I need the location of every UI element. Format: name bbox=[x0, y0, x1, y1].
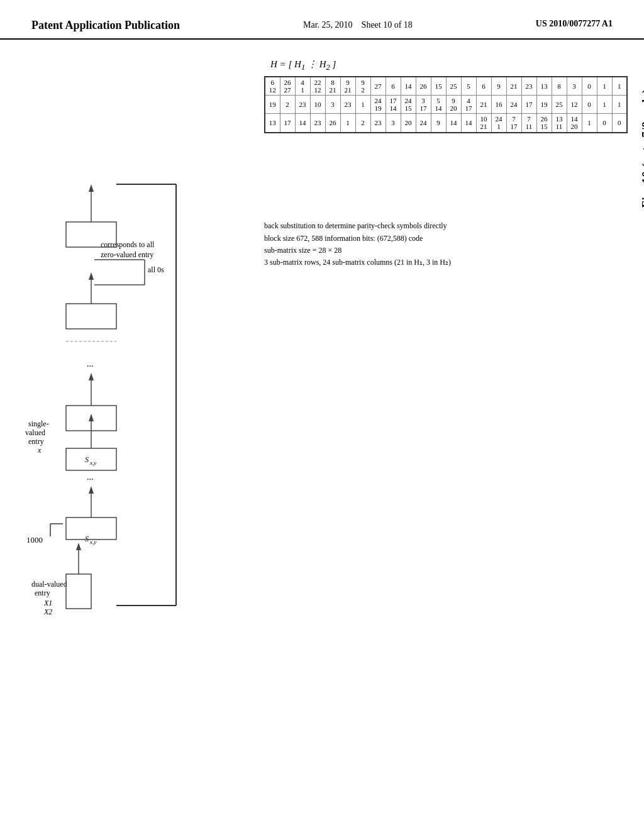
matrix-and-fig: 6122627412212821921922761426152556921231… bbox=[258, 76, 644, 208]
matrix-cell-r1-c20: 12 bbox=[567, 96, 582, 114]
matrix-cell-r0-c17: 23 bbox=[521, 77, 536, 96]
matrix-cell-r1-c15: 16 bbox=[491, 96, 506, 114]
matrix-cell-r1-c16: 24 bbox=[506, 96, 521, 114]
matrix-cell-r1-c10: 317 bbox=[416, 96, 431, 114]
matrix-cell-r1-c12: 920 bbox=[446, 96, 461, 114]
matrix-cell-r0-c7: 27 bbox=[370, 77, 386, 96]
matrix-cell-r2-c13: 14 bbox=[461, 114, 476, 133]
matrix-cell-r0-c19: 8 bbox=[552, 77, 567, 96]
block-diagram-svg: 1000 dual-valued entry X1 X2 S x,y ... bbox=[19, 65, 245, 662]
matrix-cell-r0-c15: 9 bbox=[491, 77, 506, 96]
svg-text:x,y: x,y bbox=[89, 460, 96, 466]
matrix-cell-r1-c23: 1 bbox=[612, 96, 627, 114]
matrix-cell-r0-c23: 1 bbox=[612, 77, 627, 96]
matrix-cell-r1-c4: 3 bbox=[325, 96, 340, 114]
matrix-cell-r1-c1: 2 bbox=[280, 96, 295, 114]
patent-number: US 2010/0077277 A1 bbox=[536, 19, 613, 29]
matrix-cell-r2-c5: 1 bbox=[340, 114, 355, 133]
matrix-cell-r1-c7: 2419 bbox=[370, 96, 386, 114]
matrix-cell-r1-c17: 17 bbox=[521, 96, 536, 114]
right-area: H = [ H1 ⋮ H2 ] 612262741221282192192276… bbox=[258, 52, 644, 800]
note-line4: 3 sub-matrix rows, 24 sub-matrix columns… bbox=[264, 257, 644, 268]
svg-text:entry: entry bbox=[28, 437, 44, 446]
svg-text:dual-valued: dual-valued bbox=[31, 580, 67, 589]
publication-title: Patent Application Publication bbox=[31, 19, 180, 32]
matrix-cell-r0-c11: 15 bbox=[431, 77, 446, 96]
matrix-cell-r2-c2: 14 bbox=[295, 114, 310, 133]
sheet-info: Mar. 25, 2010 Sheet 10 of 18 bbox=[303, 19, 413, 31]
svg-text:corresponds to all: corresponds to all bbox=[101, 240, 155, 249]
matrix-cell-r2-c4: 26 bbox=[325, 114, 340, 133]
matrix-cell-r2-c16: 717 bbox=[506, 114, 521, 133]
matrix-label: H = [ H1 ⋮ H2 ] bbox=[270, 58, 644, 72]
matrix-cell-r2-c17: 711 bbox=[521, 114, 536, 133]
matrix-cell-r2-c19: 1311 bbox=[552, 114, 567, 133]
svg-rect-31 bbox=[66, 304, 116, 329]
matrix-cell-r2-c0: 13 bbox=[265, 114, 280, 133]
matrix-cell-r0-c18: 13 bbox=[536, 77, 552, 96]
svg-text:single-: single- bbox=[28, 419, 49, 428]
svg-text:x: x bbox=[37, 446, 42, 455]
matrix-cell-r0-c14: 6 bbox=[476, 77, 491, 96]
matrix-cell-r2-c7: 23 bbox=[370, 114, 386, 133]
matrix-cell-r2-c22: 0 bbox=[597, 114, 612, 133]
date: Mar. 25, 2010 bbox=[303, 20, 353, 30]
matrix-cell-r1-c14: 21 bbox=[476, 96, 491, 114]
svg-marker-41 bbox=[89, 184, 94, 192]
matrix-cell-r0-c4: 821 bbox=[325, 77, 340, 96]
svg-text:...: ... bbox=[87, 359, 94, 368]
svg-marker-33 bbox=[89, 272, 94, 280]
matrix-cell-r1-c21: 0 bbox=[582, 96, 597, 114]
svg-text:valued: valued bbox=[25, 428, 45, 437]
matrix-cell-r1-c2: 23 bbox=[295, 96, 310, 114]
matrix-cell-r1-c3: 10 bbox=[310, 96, 325, 114]
matrix-cell-r1-c0: 19 bbox=[265, 96, 280, 114]
matrix-cell-r0-c22: 1 bbox=[597, 77, 612, 96]
matrix-cell-r0-c1: 2627 bbox=[280, 77, 295, 96]
matrix-cell-r0-c13: 5 bbox=[461, 77, 476, 96]
svg-text:...: ... bbox=[87, 472, 94, 482]
matrix-cell-r1-c13: 417 bbox=[461, 96, 476, 114]
main-content: 1000 dual-valued entry X1 X2 S x,y ... bbox=[0, 40, 644, 813]
matrix-cell-r0-c0: 612 bbox=[265, 77, 280, 96]
matrix-cell-r2-c3: 23 bbox=[310, 114, 325, 133]
matrix-cell-r1-c9: 2415 bbox=[401, 96, 416, 114]
matrix-cell-r1-c11: 514 bbox=[431, 96, 446, 114]
page-header: Patent Application Publication Mar. 25, … bbox=[0, 0, 644, 40]
svg-marker-20 bbox=[89, 414, 94, 421]
fig-label-text: Fig. 10 (rate 7/8 code) bbox=[640, 89, 644, 208]
matrix-cell-r0-c8: 6 bbox=[386, 77, 401, 96]
matrix-cell-r2-c14: 1021 bbox=[476, 114, 491, 133]
matrix-cell-r2-c20: 1420 bbox=[567, 114, 582, 133]
matrix-cell-r0-c9: 14 bbox=[401, 77, 416, 96]
matrix-cell-r0-c20: 3 bbox=[567, 77, 582, 96]
note-line3: sub-matrix size = 28 × 28 bbox=[264, 245, 644, 257]
svg-rect-12 bbox=[66, 517, 116, 540]
matrix-cell-r2-c6: 2 bbox=[355, 114, 370, 133]
matrix-cell-r2-c18: 2615 bbox=[536, 114, 552, 133]
svg-text:X1: X1 bbox=[43, 599, 52, 607]
svg-text:1000: 1000 bbox=[26, 535, 43, 545]
fig-label: Fig. 10 (rate 7/8 code) bbox=[640, 89, 644, 208]
svg-marker-27 bbox=[89, 373, 94, 380]
note-line2: block size 672, 588 information bits: (6… bbox=[264, 233, 644, 245]
svg-text:S: S bbox=[85, 534, 89, 543]
matrix-cell-r1-c19: 25 bbox=[552, 96, 567, 114]
matrix-cell-r1-c6: 1 bbox=[355, 96, 370, 114]
matrix-cell-r0-c5: 921 bbox=[340, 77, 355, 96]
matrix-cell-r1-c5: 23 bbox=[340, 96, 355, 114]
svg-marker-14 bbox=[89, 486, 94, 494]
matrix-cell-r2-c23: 0 bbox=[612, 114, 627, 133]
svg-text:entry: entry bbox=[35, 589, 50, 597]
note-line1: back substitution to determine parity-ch… bbox=[264, 220, 644, 232]
matrix-cell-r2-c21: 1 bbox=[582, 114, 597, 133]
svg-text:S: S bbox=[85, 455, 89, 464]
sheet-number: Sheet 10 of 18 bbox=[362, 20, 413, 30]
matrix-cell-r1-c22: 1 bbox=[597, 96, 612, 114]
matrix-cell-r0-c2: 41 bbox=[295, 77, 310, 96]
matrix-cell-r2-c11: 9 bbox=[431, 114, 446, 133]
matrix-cell-r0-c21: 0 bbox=[582, 77, 597, 96]
matrix-cell-r2-c8: 3 bbox=[386, 114, 401, 133]
fig-label-container: Fig. 10 (rate 7/8 code) bbox=[640, 89, 644, 208]
matrix-cell-r0-c12: 25 bbox=[446, 77, 461, 96]
